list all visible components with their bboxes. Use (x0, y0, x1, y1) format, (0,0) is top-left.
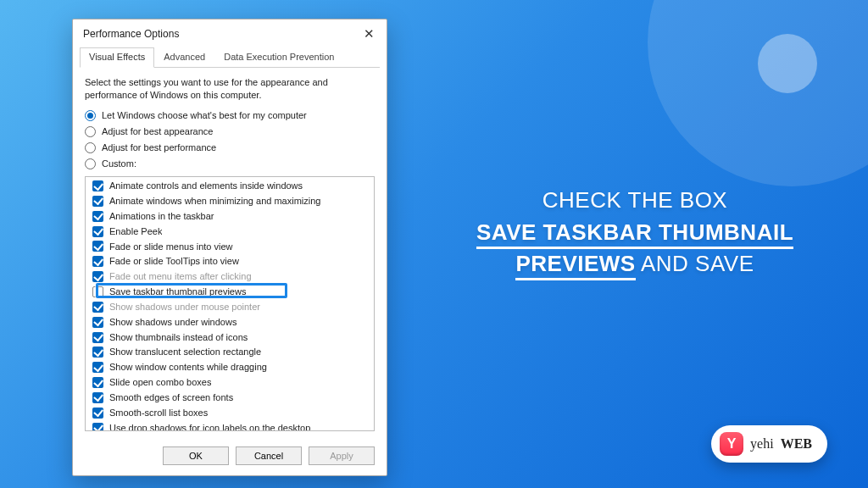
bg-decor-circle-small (758, 34, 817, 93)
option-row[interactable]: Animate windows when minimizing and maxi… (86, 194, 374, 209)
apply-button[interactable]: Apply (309, 446, 375, 465)
radio-option-2[interactable]: Adjust for best performance (85, 142, 375, 153)
option-label: Show window contents while dragging (109, 361, 267, 374)
option-label: Show thumbnails instead of icons (109, 331, 248, 344)
option-row[interactable]: Show window contents while dragging (86, 360, 374, 375)
tab-advanced[interactable]: Advanced (154, 47, 214, 68)
tab-content: Select the settings you want to use for … (73, 68, 387, 438)
option-row[interactable]: Slide open combo boxes (86, 375, 374, 391)
close-icon: ✕ (364, 26, 375, 42)
close-button[interactable]: ✕ (359, 25, 378, 43)
window-title: Performance Options (83, 28, 179, 40)
brand-name-part2: WEB (781, 436, 812, 452)
radio-icon (85, 158, 96, 169)
checkbox-checked-icon (92, 408, 103, 419)
brand-logo-icon: Y (720, 432, 743, 456)
tab-visual-effects[interactable]: Visual Effects (80, 47, 154, 68)
visual-effects-list[interactable]: Animate controls and elements inside win… (85, 176, 375, 431)
brand-badge: Y yehiWEB (711, 425, 827, 463)
checkbox-checked-icon (92, 302, 103, 313)
option-row[interactable]: Fade out menu items after clicking (86, 269, 374, 285)
radio-option-1[interactable]: Adjust for best appearance (85, 126, 375, 137)
checkbox-checked-icon (92, 423, 103, 431)
checkbox-checked-icon (92, 377, 103, 388)
option-row[interactable]: Show thumbnails instead of icons (86, 330, 374, 345)
checkbox-checked-icon (92, 241, 103, 252)
option-label: Show shadows under mouse pointer (109, 301, 260, 313)
option-label: Show shadows under windows (109, 316, 236, 329)
checkbox-checked-icon (92, 392, 103, 403)
radio-option-0[interactable]: Let Windows choose what's best for my co… (85, 110, 375, 121)
checkbox-checked-icon (92, 211, 103, 222)
bg-decor-circle-large (648, 0, 868, 186)
radio-label: Adjust for best appearance (102, 126, 213, 136)
option-label: Save taskbar thumbnail previews (109, 286, 246, 298)
checkbox-checked-icon (92, 347, 103, 358)
option-label: Animations in the taskbar (109, 210, 214, 223)
option-label: Slide open combo boxes (109, 376, 211, 389)
radio-option-3[interactable]: Custom: (85, 158, 375, 169)
radio-label: Custom: (102, 158, 136, 169)
headline-tail: AND SAVE (636, 251, 754, 276)
radio-label: Let Windows choose what's best for my co… (102, 110, 307, 120)
dialog-button-row: OK Cancel Apply (73, 438, 387, 475)
brand-name-part1: yehi (750, 436, 774, 452)
cancel-button[interactable]: Cancel (236, 446, 302, 465)
option-row[interactable]: Use drop shadows for icon labels on the … (86, 420, 374, 431)
description-text: Select the settings you want to use for … (85, 76, 375, 102)
option-label: Enable Peek (109, 225, 162, 238)
radio-icon (85, 110, 96, 121)
option-label: Animate controls and elements inside win… (109, 180, 303, 192)
checkbox-checked-icon (92, 226, 103, 237)
option-label: Smooth edges of screen fonts (109, 391, 233, 404)
option-row[interactable]: Show shadows under windows (86, 314, 374, 330)
headline-emphasis-2: PREVIEWS (515, 251, 635, 280)
mode-radio-group: Let Windows choose what's best for my co… (85, 110, 375, 169)
headline-intro: CHECK THE BOX (542, 187, 727, 213)
ok-button[interactable]: OK (163, 446, 229, 465)
option-row[interactable]: Save taskbar thumbnail previews (86, 285, 374, 300)
headline-emphasis-1: SAVE TASKBAR THUMBNAIL (476, 219, 793, 249)
option-row[interactable]: Animate controls and elements inside win… (86, 179, 374, 194)
tab-data-execution-prevention[interactable]: Data Execution Prevention (214, 47, 343, 68)
option-label: Fade or slide menus into view (109, 241, 233, 253)
option-label: Smooth-scroll list boxes (109, 407, 208, 419)
performance-options-window: Performance Options ✕ Visual EffectsAdva… (72, 19, 387, 476)
checkbox-checked-icon (92, 362, 103, 373)
option-label: Animate windows when minimizing and maxi… (109, 195, 320, 208)
checkbox-checked-icon (92, 180, 103, 191)
checkbox-checked-icon (92, 256, 103, 267)
checkbox-checked-icon (92, 332, 103, 343)
option-row[interactable]: Fade or slide menus into view (86, 239, 374, 254)
option-label: Show translucent selection rectangle (109, 346, 261, 358)
option-row[interactable]: Show shadows under mouse pointer (86, 299, 374, 314)
option-row[interactable]: Animations in the taskbar (86, 208, 374, 224)
radio-icon (85, 126, 96, 137)
option-label: Use drop shadows for icon labels on the … (109, 422, 310, 431)
page-background: Performance Options ✕ Visual EffectsAdva… (0, 0, 868, 488)
checkbox-unchecked-icon (92, 286, 103, 297)
checkbox-checked-icon (92, 317, 103, 328)
option-row[interactable]: Show translucent selection rectangle (86, 345, 374, 360)
option-label: Fade or slide ToolTips into view (109, 255, 239, 268)
radio-label: Adjust for best performance (102, 142, 216, 152)
checkbox-checked-icon (92, 271, 103, 282)
radio-icon (85, 142, 96, 153)
option-row[interactable]: Fade or slide ToolTips into view (86, 254, 374, 269)
instruction-headline: CHECK THE BOX SAVE TASKBAR THUMBNAIL PRE… (453, 185, 817, 280)
titlebar: Performance Options ✕ (73, 19, 387, 47)
option-row[interactable]: Smooth edges of screen fonts (86, 391, 374, 406)
option-label: Fade out menu items after clicking (109, 270, 252, 283)
tab-row: Visual EffectsAdvancedData Execution Pre… (80, 47, 380, 68)
option-row[interactable]: Smooth-scroll list boxes (86, 405, 374, 420)
option-row[interactable]: Enable Peek (86, 224, 374, 239)
checkbox-checked-icon (92, 196, 103, 207)
